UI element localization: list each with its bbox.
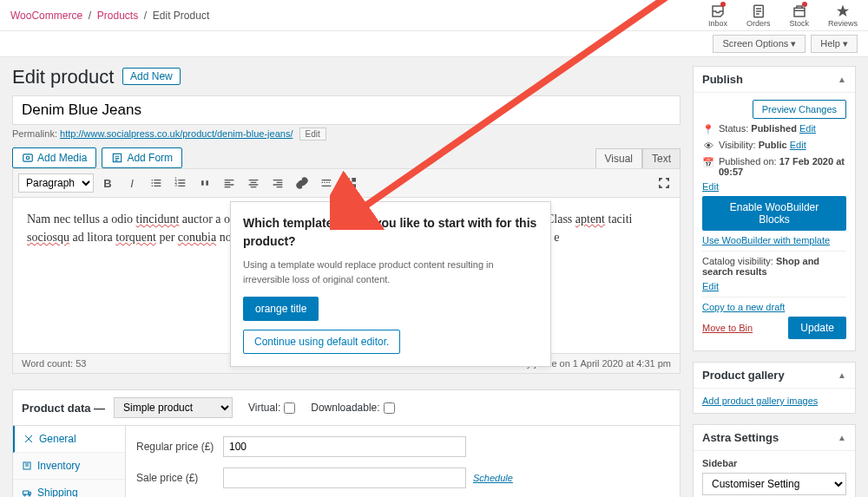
sidebar-select[interactable]: Customiser Setting <box>702 473 846 495</box>
svg-point-14 <box>29 494 30 496</box>
top-stock[interactable]: Stock <box>789 3 809 28</box>
svg-point-13 <box>24 494 26 496</box>
align-left-button[interactable] <box>219 173 240 193</box>
link-button[interactable] <box>292 173 312 193</box>
product-data-heading: Product data — <box>22 402 105 415</box>
bold-button[interactable]: B <box>97 173 118 193</box>
edit-catalog-link[interactable]: Edit <box>702 281 719 291</box>
eye-icon: 👁 <box>702 140 714 152</box>
add-new-button[interactable]: Add New <box>122 68 181 85</box>
top-orders[interactable]: Orders <box>746 3 771 28</box>
svg-rect-11 <box>352 184 356 188</box>
permalink-row: Permalink: http://www.socialpress.co.uk/… <box>12 128 681 139</box>
preview-changes-button[interactable]: Preview Changes <box>753 100 846 119</box>
svg-rect-9 <box>352 178 356 182</box>
svg-point-2 <box>26 156 30 160</box>
gallery-panel-header[interactable]: Product gallery▲ <box>694 363 855 389</box>
toolbar-toggle-button[interactable] <box>340 173 361 193</box>
virtual-checkbox-label[interactable]: Virtual: <box>248 402 295 414</box>
number-list-button[interactable]: 123 <box>170 173 191 193</box>
inventory-tab[interactable]: Inventory <box>13 453 125 480</box>
update-button[interactable]: Update <box>788 317 846 339</box>
word-count: Word count: 53 <box>22 358 86 369</box>
svg-text:3: 3 <box>174 183 177 187</box>
align-center-button[interactable] <box>243 173 264 193</box>
quote-button[interactable] <box>194 173 215 193</box>
product-data-panel: Product data — Simple product Virtual: D… <box>12 389 681 497</box>
format-select[interactable]: Paragraph <box>18 173 94 193</box>
editor-toolbar: Paragraph B I 123 <box>12 168 681 198</box>
general-tab[interactable]: General <box>13 426 125 453</box>
svg-rect-1 <box>794 8 805 16</box>
bullet-list-button[interactable] <box>146 173 167 193</box>
publish-panel-header[interactable]: Publish▲ <box>694 67 855 93</box>
text-tab[interactable]: Text <box>642 148 681 168</box>
downloadable-checkbox-label[interactable]: Downloadable: <box>311 402 394 414</box>
breadcrumb: WooCommerce / Products / Edit Product <box>10 10 209 22</box>
edit-date-link[interactable]: Edit <box>702 181 719 192</box>
italic-button[interactable]: I <box>122 173 142 193</box>
move-to-bin-link[interactable]: Move to Bin <box>702 323 753 333</box>
regular-price-label: Regular price (£) <box>136 441 223 453</box>
screen-options-tab[interactable]: Screen Options ▾ <box>713 35 806 53</box>
calendar-icon: 📅 <box>702 156 714 168</box>
sidebar-label: Sidebar <box>702 458 846 468</box>
fullscreen-button[interactable] <box>654 173 674 193</box>
svg-rect-8 <box>345 178 350 182</box>
add-form-button[interactable]: Add Form <box>102 147 182 168</box>
title-input[interactable] <box>12 95 681 125</box>
breadcrumb-current: Edit Product <box>153 10 209 22</box>
top-reviews[interactable]: Reviews <box>828 3 858 28</box>
editor-content-area[interactable]: Nam nec tellus a odio tincidunt auctor a… <box>12 198 681 354</box>
breadcrumb-products[interactable]: Products <box>97 10 138 22</box>
svg-rect-3 <box>23 154 33 161</box>
top-inbox[interactable]: Inbox <box>708 3 727 28</box>
sale-price-input[interactable] <box>223 468 466 488</box>
svg-rect-10 <box>345 184 350 188</box>
readmore-button[interactable] <box>316 173 337 193</box>
add-gallery-images-link[interactable]: Add product gallery images <box>702 396 818 406</box>
add-media-button[interactable]: Add Media <box>12 147 96 168</box>
page-title: Edit product <box>12 66 114 88</box>
popup-title: Which template would you like to start w… <box>243 214 538 251</box>
template-popup: Which template would you like to start w… <box>230 201 551 367</box>
breadcrumb-woocommerce[interactable]: WooCommerce <box>10 10 82 22</box>
visual-tab[interactable]: Visual <box>595 148 642 168</box>
edit-status-link[interactable]: Edit <box>799 123 816 134</box>
permalink-url[interactable]: http://www.socialpress.co.uk/product/den… <box>60 128 293 139</box>
shipping-tab[interactable]: Shipping <box>13 480 125 497</box>
orange-title-button[interactable]: orange title <box>243 297 319 321</box>
help-tab[interactable]: Help ▾ <box>811 35 858 53</box>
product-type-select[interactable]: Simple product <box>114 397 233 418</box>
use-woobuilder-link[interactable]: Use WooBuilder with template <box>702 235 830 245</box>
permalink-edit-button[interactable]: Edit <box>299 128 326 141</box>
align-right-button[interactable] <box>267 173 288 193</box>
pin-icon: 📍 <box>702 123 714 135</box>
enable-woobuilder-button[interactable]: Enable WooBuilder Blocks <box>702 196 846 231</box>
continue-default-button[interactable]: Continue using default editor. <box>243 330 400 354</box>
regular-price-input[interactable] <box>223 436 466 457</box>
edit-visibility-link[interactable]: Edit <box>790 140 806 150</box>
copy-draft-link[interactable]: Copy to a new draft <box>702 302 785 312</box>
schedule-link[interactable]: Schedule <box>473 473 513 483</box>
sale-price-label: Sale price (£) <box>136 472 223 484</box>
popup-description: Using a template would replace product c… <box>243 258 538 286</box>
astra-panel-header[interactable]: Astra Settings▲ <box>694 425 855 451</box>
